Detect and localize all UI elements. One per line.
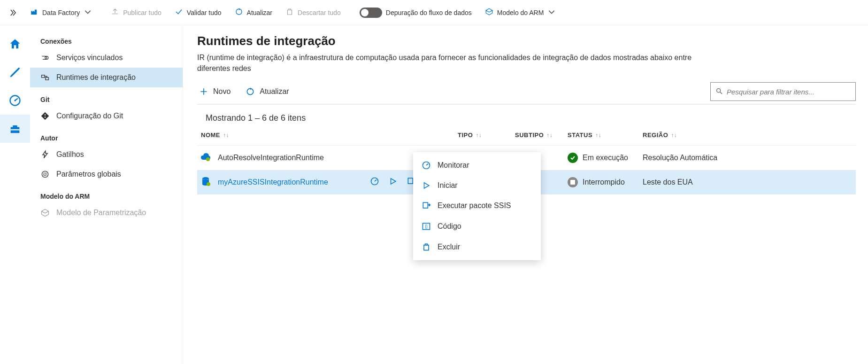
nav-manage[interactable]: [0, 115, 30, 143]
publish-all-button[interactable]: Publicar tudo: [105, 0, 167, 25]
runtime-name: AutoResolveIntegrationRuntime: [218, 154, 324, 162]
monitor-icon[interactable]: [370, 177, 379, 188]
arm-template-menu[interactable]: Modelo do ARM: [479, 0, 562, 25]
execute-ssis-icon: [422, 201, 431, 210]
toggle-switch-icon: [360, 8, 382, 18]
svg-point-13: [206, 157, 210, 161]
svg-text:{}: {}: [425, 224, 428, 229]
ctx-code-label: Código: [438, 222, 461, 231]
nav-home[interactable]: [0, 30, 30, 58]
globe-at-icon: @: [40, 170, 50, 179]
refresh-icon: [235, 8, 243, 17]
sort-icon: ↑↓: [476, 133, 482, 137]
cube-icon: [40, 208, 50, 217]
discard-all-label: Descartar tudo: [298, 9, 341, 16]
factory-icon: [30, 8, 38, 17]
debug-flow-toggle[interactable]: Depuração do fluxo de dados: [354, 0, 477, 25]
section-author: Autor: [30, 126, 183, 145]
sidebar-item-git-config[interactable]: Configuração do Git: [30, 106, 183, 126]
sidebar-item-linked-services[interactable]: Serviços vinculados: [30, 48, 183, 68]
action-bar: Novo Atualizar: [197, 80, 856, 105]
validate-all-button[interactable]: Validar tudo: [169, 0, 227, 25]
col-region-header[interactable]: REGIÃO ↑↓: [643, 132, 677, 139]
context-menu: Monitorar Iniciar Executar pacote SSIS {…: [413, 152, 541, 260]
ctx-code[interactable]: {} Código: [413, 216, 541, 237]
chevron-down-icon: [547, 8, 556, 17]
status-ok-icon: [568, 153, 578, 163]
refresh-button[interactable]: Atualizar: [229, 0, 278, 25]
refresh-label: Atualizar: [247, 9, 272, 16]
chevron-double-right-icon: [9, 9, 17, 16]
ctx-execute-ssis[interactable]: Executar pacote SSIS: [413, 195, 541, 216]
linked-services-icon: [40, 53, 50, 62]
sidebar: Conexões Serviços vinculados Runtimes de…: [30, 25, 183, 364]
svg-point-7: [45, 114, 46, 116]
svg-rect-18: [570, 180, 575, 185]
svg-point-8: [45, 116, 46, 118]
svg-rect-20: [423, 202, 428, 208]
upload-icon: [111, 8, 119, 17]
new-button[interactable]: Novo: [197, 84, 232, 99]
home-icon: [8, 38, 22, 51]
triggers-label: Gatilhos: [56, 150, 84, 159]
search-icon: [715, 87, 723, 96]
main-content: Runtimes de integração IR (runtime de in…: [183, 25, 868, 364]
toolbox-icon: [8, 122, 22, 135]
svg-text:@: @: [43, 172, 47, 177]
refresh-list-label: Atualizar: [260, 87, 289, 96]
svg-rect-6: [46, 77, 49, 80]
result-count: Mostrando 1 – 6 de 6 itens: [197, 105, 856, 127]
sidebar-item-global-params[interactable]: @ Parâmetros globais: [30, 164, 183, 184]
status-stopped-icon: [568, 177, 578, 187]
sidebar-item-integration-runtimes[interactable]: Runtimes de integração: [30, 68, 183, 87]
expand-pane-button[interactable]: [4, 0, 23, 25]
ctx-start-label: Iniciar: [438, 181, 458, 190]
play-icon: [422, 181, 431, 190]
col-name-header[interactable]: NOME ↑↓: [197, 132, 458, 139]
search-input[interactable]: [727, 88, 851, 96]
svg-point-2: [14, 100, 16, 101]
svg-rect-5: [42, 75, 45, 77]
integration-runtimes-label: Runtimes de integração: [56, 73, 136, 82]
debug-flow-label: Depuração do fluxo de dados: [386, 9, 472, 16]
sort-icon: ↑↓: [671, 133, 677, 137]
check-icon: [175, 8, 183, 17]
svg-point-15: [207, 182, 210, 186]
col-type-header[interactable]: TIPO ↑↓: [458, 132, 515, 139]
page-title: Runtimes de integração: [197, 34, 856, 48]
runtime-status: Em execução: [568, 153, 643, 163]
ctx-start[interactable]: Iniciar: [413, 176, 541, 195]
integration-runtimes-icon: [40, 73, 50, 82]
col-subtype-header[interactable]: SUBTIPO ↑↓: [515, 132, 568, 139]
nav-author[interactable]: [0, 58, 30, 86]
search-box[interactable]: [710, 82, 856, 101]
git-config-label: Configuração do Git: [56, 112, 123, 120]
data-factory-selector[interactable]: Data Factory: [24, 0, 98, 25]
svg-point-14: [202, 177, 209, 180]
discard-all-button[interactable]: Descartar tudo: [280, 0, 346, 25]
page-description: IR (runtime de integração) é a infraestr…: [197, 52, 714, 74]
trash-icon: [422, 242, 431, 252]
top-toolbar: Data Factory Publicar tudo Validar tudo …: [0, 0, 868, 25]
database-icon: [200, 176, 211, 189]
ctx-monitor-label: Monitorar: [438, 161, 469, 170]
svg-rect-17: [408, 178, 413, 184]
validate-all-label: Validar tudo: [187, 9, 222, 16]
chevron-down-icon: [84, 8, 92, 17]
refresh-list-button[interactable]: Atualizar: [244, 84, 291, 99]
new-button-label: Novo: [213, 87, 230, 96]
refresh-icon: [246, 87, 255, 96]
col-status-header[interactable]: STATUS ↑↓: [568, 132, 643, 139]
cube-icon: [485, 8, 493, 17]
section-git: Git: [30, 87, 183, 106]
play-icon[interactable]: [389, 177, 397, 187]
ctx-monitor[interactable]: Monitorar: [413, 155, 541, 176]
sidebar-item-param-model[interactable]: Modelo de Parametrização: [30, 203, 183, 223]
ctx-delete[interactable]: Excluir: [413, 237, 541, 257]
git-icon: [40, 111, 50, 121]
code-icon: {}: [422, 222, 431, 231]
arm-template-label: Modelo do ARM: [497, 9, 544, 16]
nav-monitor[interactable]: [0, 86, 30, 115]
runtime-name: myAzureSSISIntegrationRuntime: [218, 178, 328, 186]
sidebar-item-triggers[interactable]: Gatilhos: [30, 145, 183, 164]
